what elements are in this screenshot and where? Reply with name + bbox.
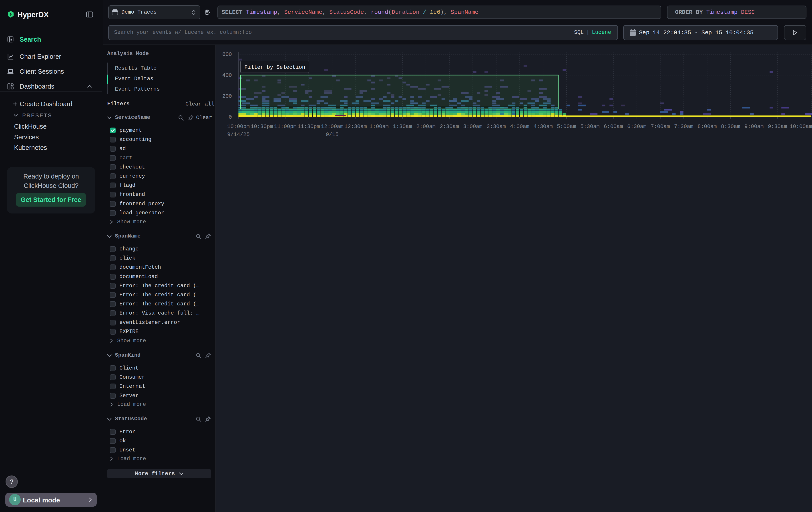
svg-text:3:30am: 3:30am <box>487 124 506 130</box>
svg-text:3:00am: 3:00am <box>463 124 482 130</box>
svg-text:5:30am: 5:30am <box>580 124 600 130</box>
svg-text:1:00am: 1:00am <box>370 124 389 130</box>
svg-text:9/15: 9/15 <box>326 132 339 138</box>
svg-text:7:00am: 7:00am <box>650 124 670 130</box>
svg-text:8:30am: 8:30am <box>721 124 740 130</box>
svg-text:0: 0 <box>229 114 232 120</box>
svg-text:1:30am: 1:30am <box>393 124 412 130</box>
svg-text:5:00am: 5:00am <box>557 124 576 130</box>
svg-text:200: 200 <box>222 93 232 99</box>
svg-text:400: 400 <box>222 72 232 78</box>
svg-text:7:30am: 7:30am <box>674 124 693 130</box>
svg-text:11:30pm: 11:30pm <box>297 124 320 130</box>
svg-text:10:00pm: 10:00pm <box>227 124 250 130</box>
svg-text:Filter by Selection: Filter by Selection <box>244 64 305 70</box>
svg-text:9/14/25: 9/14/25 <box>227 132 250 138</box>
svg-text:6:00am: 6:00am <box>604 124 623 130</box>
svg-text:11:00pm: 11:00pm <box>274 124 297 130</box>
svg-text:2:30am: 2:30am <box>440 124 459 130</box>
svg-text:6:30am: 6:30am <box>627 124 646 130</box>
svg-text:9:30am: 9:30am <box>768 124 787 130</box>
svg-text:4:30am: 4:30am <box>533 124 553 130</box>
svg-text:10:30pm: 10:30pm <box>251 124 273 130</box>
svg-text:600: 600 <box>222 51 232 57</box>
svg-text:10:00am: 10:00am <box>790 124 812 130</box>
svg-text:8:00am: 8:00am <box>697 124 717 130</box>
svg-text:2:00am: 2:00am <box>416 124 435 130</box>
svg-text:12:00am: 12:00am <box>321 124 344 130</box>
svg-text:9:00am: 9:00am <box>745 124 763 130</box>
svg-text:4:00am: 4:00am <box>510 124 529 130</box>
svg-text:12:30am: 12:30am <box>344 124 367 130</box>
